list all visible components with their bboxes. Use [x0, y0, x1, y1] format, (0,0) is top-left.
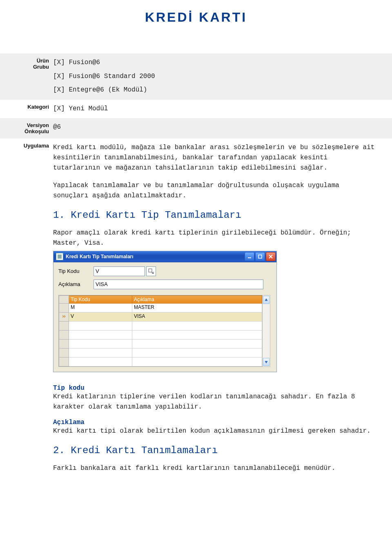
field-tipkodu-head: Tip kodu	[53, 384, 389, 392]
table-row[interactable]	[59, 348, 262, 357]
cell-aciklama[interactable]	[132, 357, 262, 366]
svg-marker-6	[265, 361, 267, 363]
table-row[interactable]: ››VVISA	[59, 312, 262, 321]
cell-aciklama[interactable]	[132, 330, 262, 339]
row-selector[interactable]	[59, 348, 69, 357]
cell-tipkodu[interactable]	[69, 357, 132, 366]
close-button[interactable]	[266, 252, 276, 261]
cell-tipkodu[interactable]	[69, 330, 132, 339]
table-row[interactable]	[59, 357, 262, 366]
versiyon-value: @6	[53, 122, 389, 133]
row-selector[interactable]: ››	[59, 312, 69, 321]
tipkodu-input[interactable]	[94, 266, 145, 276]
minimize-button[interactable]	[245, 252, 254, 261]
table-row[interactable]: MMASTER	[59, 303, 262, 312]
kategori-value: [X] Yeni Modül	[53, 104, 389, 114]
aciklama-input[interactable]	[94, 279, 263, 289]
svg-rect-4	[149, 269, 152, 272]
form-label-tipkodu: Tip Kodu	[58, 268, 94, 274]
label-urun: Ürün	[0, 58, 49, 64]
data-grid[interactable]: Tip Kodu Açıklama MMASTER››VVISA	[58, 295, 263, 367]
field-aciklama-head: Açıklama	[53, 419, 389, 426]
table-row[interactable]	[59, 330, 262, 339]
vertical-scrollbar[interactable]	[263, 295, 270, 367]
cell-tipkodu[interactable]	[69, 348, 132, 357]
lookup-button[interactable]	[146, 266, 156, 276]
cell-aciklama[interactable]	[132, 339, 262, 348]
section-2-body: Farklı bankalara ait farklı kredi kartla…	[53, 463, 389, 475]
uygulama-p2: Yapılacak tanımlamalar ve bu tanımlamala…	[53, 181, 389, 201]
maximize-button[interactable]	[255, 252, 265, 261]
label-grubu: Grubu	[0, 64, 49, 70]
grid-corner	[59, 295, 69, 303]
row-selector[interactable]	[59, 303, 69, 312]
titlebar: Kredi Kartı Tip Tanımlamaları	[53, 251, 276, 262]
cell-aciklama[interactable]	[132, 321, 262, 330]
field-aciklama-body: Kredi kartı tipi olarak belirtilen kodun…	[53, 426, 389, 436]
label-kategori: Kategori	[0, 100, 53, 118]
info-table: Ürün Grubu [X] Fusion@6 [X] Fusion@6 Sta…	[0, 54, 392, 479]
uygulama-p1: Kredi kartı modülü, mağaza ile bankalar …	[53, 143, 389, 173]
section-1-body: Rapor amaçlı olarak kredi kartı tiplerin…	[53, 228, 389, 248]
row-selector[interactable]	[59, 321, 69, 330]
page-title: KREDİ KARTI	[0, 0, 392, 54]
cell-tipkodu[interactable]	[69, 339, 132, 348]
label-uygulama: Uygulama	[0, 139, 53, 479]
label-versiyon: Versiyon	[0, 122, 49, 128]
app-icon	[56, 253, 63, 260]
window-title: Kredi Kartı Tip Tanımlamaları	[66, 254, 245, 259]
svg-marker-5	[265, 299, 267, 301]
cell-tipkodu[interactable]: V	[69, 312, 132, 321]
cell-aciklama[interactable]: VISA	[132, 312, 262, 321]
urun-grubu-line-1: [X] Fusion@6 Standard 2000	[53, 71, 389, 82]
cell-aciklama[interactable]	[132, 348, 262, 357]
grid-header-aciklama[interactable]: Açıklama	[132, 295, 262, 303]
table-row[interactable]	[59, 321, 262, 330]
row-selector[interactable]	[59, 330, 69, 339]
grid-header-tipkodu[interactable]: Tip Kodu	[69, 295, 132, 303]
cell-tipkodu[interactable]: M	[69, 303, 132, 312]
dialog-window: Kredi Kartı Tip Tanımlamaları	[53, 251, 277, 372]
table-row[interactable]	[59, 339, 262, 348]
scroll-down-button[interactable]	[263, 358, 270, 366]
section-1-title: 1. Kredi Kartı Tip Tanımlamaları	[53, 210, 389, 221]
urun-grubu-line-2: [X] Entegre@6 (Ek Modül)	[53, 85, 389, 96]
field-tipkodu-body: Kredi katlarının tiplerine verilen kodla…	[53, 392, 389, 412]
cell-tipkodu[interactable]	[69, 321, 132, 330]
section-2-title: 2. Kredi Kartı Tanımlamaları	[53, 445, 389, 456]
svg-rect-1	[258, 255, 262, 258]
cell-aciklama[interactable]: MASTER	[132, 303, 262, 312]
form-label-aciklama: Açıklama	[58, 281, 94, 287]
scroll-up-button[interactable]	[263, 296, 270, 304]
label-onkosulu: Önkoşulu	[0, 128, 49, 134]
row-selector[interactable]	[59, 339, 69, 348]
row-selector[interactable]	[59, 357, 69, 366]
urun-grubu-line-0: [X] Fusion@6	[53, 58, 389, 68]
